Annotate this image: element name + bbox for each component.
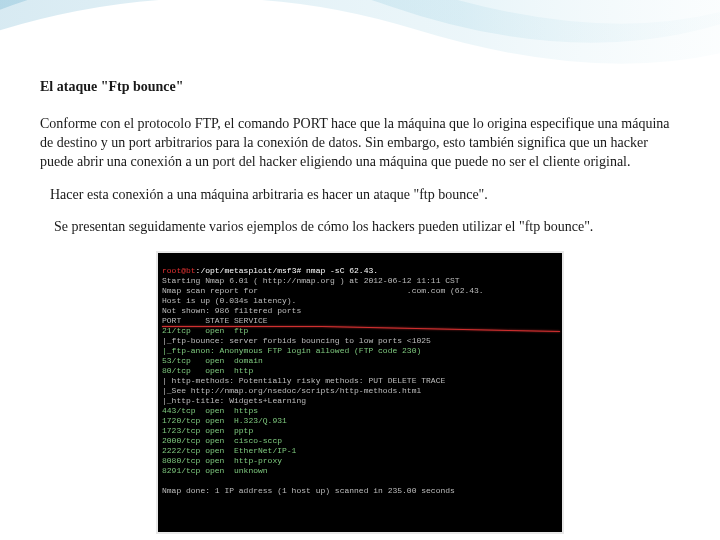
- paragraph-1: Conforme con el protocolo FTP, el comand…: [40, 115, 680, 172]
- term-line: 2000/tcp open cisco-sccp: [162, 436, 282, 445]
- term-line: Starting Nmap 6.01 ( http://nmap.org ) a…: [162, 276, 460, 285]
- term-prompt-cmd: nmap -sC 62.43.: [301, 266, 378, 275]
- term-line: |_http-title: Widgets+Learning: [162, 396, 306, 405]
- slide-title: El ataque "Ftp bounce": [40, 78, 680, 97]
- term-line: | http-methods: Potentially risky method…: [162, 376, 445, 385]
- term-prompt-path: :/opt/metasploit/msf3#: [196, 266, 302, 275]
- highlight-line: [162, 326, 322, 327]
- paragraph-3: Se presentan seguidamente varios ejemplo…: [40, 218, 680, 237]
- term-line: 80/tcp open http: [162, 366, 253, 375]
- term-line: PORT STATE SERVICE: [162, 316, 268, 325]
- term-line: 8291/tcp open unknown: [162, 466, 268, 475]
- paragraph-2: Hacer esta conexión a una máquina arbitr…: [40, 186, 680, 205]
- term-line: Not shown: 986 filtered ports: [162, 306, 301, 315]
- term-line: 21/tcp open ftp: [162, 326, 248, 335]
- term-done: Nmap done: 1 IP address (1 host up) scan…: [162, 486, 455, 495]
- term-line: |_ftp-anon: Anonymous FTP login allowed …: [162, 346, 421, 355]
- term-line: 53/tcp open domain: [162, 356, 263, 365]
- term-line: |_See http://nmap.org/nsedoc/scripts/htt…: [162, 386, 421, 395]
- term-line: 1723/tcp open pptp: [162, 426, 253, 435]
- terminal-screenshot: root@bt:/opt/metasploit/msf3# nmap -sC 6…: [156, 251, 564, 534]
- term-line: Host is up (0.034s latency).: [162, 296, 296, 305]
- term-line: 2222/tcp open EtherNet/IP-1: [162, 446, 296, 455]
- term-line: Nmap scan report for .com.com (62.43.: [162, 286, 484, 295]
- term-line: |_ftp-bounce: server forbids bouncing to…: [162, 336, 431, 345]
- term-line: 1720/tcp open H.323/Q.931: [162, 416, 287, 425]
- term-line: 443/tcp open https: [162, 406, 258, 415]
- slide-content: El ataque "Ftp bounce" Conforme con el p…: [0, 0, 720, 534]
- term-prompt-user: root@bt: [162, 266, 196, 275]
- highlight-line: [322, 326, 560, 332]
- term-line: 8080/tcp open http-proxy: [162, 456, 282, 465]
